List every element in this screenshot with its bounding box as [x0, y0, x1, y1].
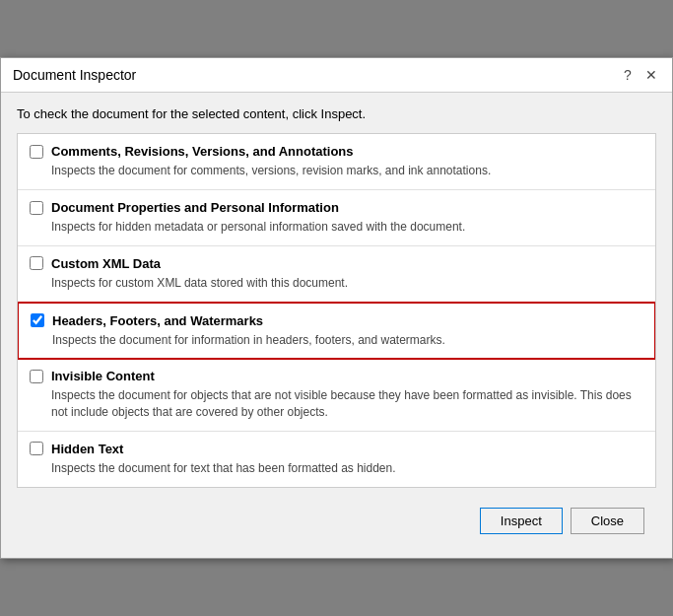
dialog-title: Document Inspector — [13, 67, 136, 83]
item-header-headers: Headers, Footers, and Watermarks — [31, 313, 642, 328]
title-controls: ? ✕ — [619, 66, 660, 84]
dialog-footer: Inspect Close — [17, 502, 656, 546]
close-icon-button[interactable]: ✕ — [642, 66, 660, 84]
dialog-body: To check the document for the selected c… — [1, 93, 672, 558]
item-header-xml: Custom XML Data — [30, 256, 643, 271]
item-header-hidden: Hidden Text — [30, 442, 643, 456]
item-row-invisible: Invisible ContentInspects the document f… — [18, 359, 655, 432]
item-title-xml: Custom XML Data — [51, 256, 161, 271]
checkbox-hidden[interactable] — [30, 442, 43, 455]
item-desc-properties: Inspects for hidden metadata or personal… — [51, 219, 643, 236]
item-desc-xml: Inspects for custom XML data stored with… — [51, 275, 643, 292]
item-title-hidden: Hidden Text — [51, 442, 123, 456]
document-inspector-dialog: Document Inspector ? ✕ To check the docu… — [0, 57, 673, 559]
item-desc-headers: Inspects the document for information in… — [52, 332, 642, 349]
title-bar: Document Inspector ? ✕ — [1, 58, 672, 93]
title-bar-left: Document Inspector — [13, 67, 136, 83]
checkbox-headers[interactable] — [31, 313, 44, 327]
checkbox-xml[interactable] — [30, 256, 43, 270]
item-header-comments: Comments, Revisions, Versions, and Annot… — [30, 144, 643, 159]
item-desc-hidden: Inspects the document for text that has … — [51, 460, 643, 477]
item-header-properties: Document Properties and Personal Informa… — [30, 200, 643, 215]
item-row-comments: Comments, Revisions, Versions, and Annot… — [18, 134, 655, 190]
item-row-properties: Document Properties and Personal Informa… — [18, 190, 655, 246]
checkbox-properties[interactable] — [30, 201, 43, 215]
item-header-invisible: Invisible Content — [30, 369, 643, 383]
item-row-headers: Headers, Footers, and WatermarksInspects… — [17, 302, 656, 361]
item-title-comments: Comments, Revisions, Versions, and Annot… — [51, 144, 354, 159]
item-title-properties: Document Properties and Personal Informa… — [51, 200, 339, 215]
item-desc-comments: Inspects the document for comments, vers… — [51, 163, 643, 179]
item-row-hidden: Hidden TextInspects the document for tex… — [18, 432, 655, 487]
item-desc-invisible: Inspects the document for objects that a… — [51, 387, 643, 421]
items-list: Comments, Revisions, Versions, and Annot… — [17, 133, 656, 488]
inspect-button[interactable]: Inspect — [480, 508, 563, 534]
close-button[interactable]: Close — [571, 508, 644, 534]
intro-text: To check the document for the selected c… — [17, 106, 656, 121]
item-row-xml: Custom XML DataInspects for custom XML d… — [18, 246, 655, 303]
item-title-invisible: Invisible Content — [51, 369, 155, 383]
help-button[interactable]: ? — [619, 66, 637, 84]
item-title-headers: Headers, Footers, and Watermarks — [52, 313, 263, 328]
checkbox-comments[interactable] — [30, 145, 43, 159]
checkbox-invisible[interactable] — [30, 370, 43, 383]
